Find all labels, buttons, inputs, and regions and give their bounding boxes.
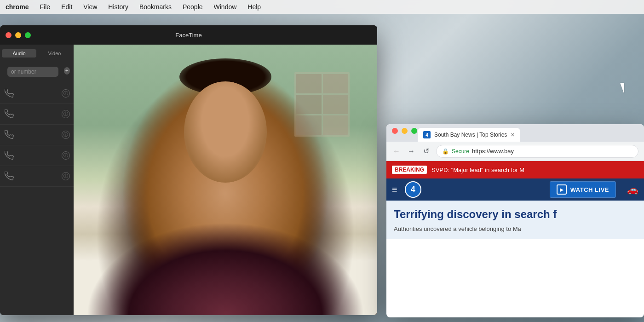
window-controls bbox=[6, 32, 31, 38]
tab-video[interactable]: Video bbox=[37, 49, 72, 58]
menu-window[interactable]: Window bbox=[208, 0, 242, 14]
menu-file[interactable]: File bbox=[34, 0, 56, 14]
chrome-window: 4 South Bay News | Top Stories × ← → ↺ 🔒… bbox=[386, 124, 644, 317]
menu-bookmarks[interactable]: Bookmarks bbox=[134, 0, 177, 14]
tab-title: South Bay News | Top Stories bbox=[434, 132, 507, 138]
menu-people[interactable]: People bbox=[177, 0, 208, 14]
facetime-window: FaceTime Audio Video or number + ⓘ bbox=[0, 25, 377, 315]
phone-icon-2 bbox=[4, 109, 15, 120]
chrome-tabbar: 4 South Bay News | Top Stories × bbox=[386, 124, 644, 142]
article-subtext: Authorities uncovered a vehicle belongin… bbox=[394, 225, 637, 233]
play-icon: ▶ bbox=[557, 184, 567, 195]
reload-button[interactable]: ↺ bbox=[420, 145, 432, 158]
back-button[interactable]: ← bbox=[390, 145, 403, 158]
person-clothing bbox=[74, 207, 377, 315]
hamburger-icon[interactable]: ≡ bbox=[392, 184, 397, 195]
info-button-2[interactable]: ⓘ bbox=[62, 110, 70, 118]
info-button-3[interactable]: ⓘ bbox=[62, 131, 70, 139]
chrome-close-button[interactable] bbox=[392, 128, 398, 134]
contact-row-4[interactable]: ⓘ bbox=[0, 145, 74, 166]
breaking-text: SVPD: "Major lead" in search for M bbox=[431, 167, 524, 173]
info-button-1[interactable]: ⓘ bbox=[62, 89, 70, 98]
phone-icon-3 bbox=[4, 129, 15, 140]
search-input[interactable]: or number bbox=[7, 67, 58, 77]
menu-bar: chrome File Edit View History Bookmarks … bbox=[0, 0, 644, 14]
info-button-5[interactable]: ⓘ bbox=[62, 172, 70, 180]
chrome-maximize-button[interactable] bbox=[411, 128, 417, 134]
minimize-button[interactable] bbox=[15, 32, 21, 38]
address-bar[interactable]: 🔒 Secure https://www.bay bbox=[436, 145, 638, 158]
info-button-4[interactable]: ⓘ bbox=[62, 151, 70, 160]
channel4-logo: 4 bbox=[405, 181, 421, 198]
article-headline: Terrifying discovery in search f bbox=[394, 208, 637, 221]
facetime-sidebar: Audio Video or number + ⓘ ⓘ bbox=[0, 45, 74, 315]
watch-live-label: WATCH LIVE bbox=[570, 186, 609, 193]
tab-audio[interactable]: Audio bbox=[2, 49, 36, 58]
menu-chrome[interactable]: chrome bbox=[0, 0, 34, 14]
maximize-button[interactable] bbox=[25, 32, 31, 38]
contact-row-1[interactable]: ⓘ bbox=[0, 83, 74, 104]
facetime-title: FaceTime bbox=[175, 32, 201, 39]
lock-icon: 🔒 bbox=[442, 148, 449, 155]
contact-row-2[interactable]: ⓘ bbox=[0, 104, 74, 125]
tab-close-button[interactable]: × bbox=[511, 131, 514, 138]
menu-view[interactable]: View bbox=[78, 0, 103, 14]
phone-icon-1 bbox=[4, 88, 15, 99]
contact-row-5[interactable]: ⓘ bbox=[0, 166, 74, 187]
menu-history[interactable]: History bbox=[103, 0, 134, 14]
contact-row-3[interactable]: ⓘ bbox=[0, 125, 74, 145]
facetime-titlebar: FaceTime bbox=[0, 25, 377, 45]
chrome-toolbar: ← → ↺ 🔒 Secure https://www.bay bbox=[386, 142, 644, 161]
breaking-bar: BREAKING SVPD: "Major lead" in search fo… bbox=[386, 161, 644, 178]
facetime-video bbox=[74, 45, 377, 315]
news-navbar: ≡ 4 ▶ WATCH LIVE 🚗 bbox=[386, 178, 644, 201]
secure-label: Secure bbox=[452, 148, 469, 155]
chrome-window-controls bbox=[392, 128, 417, 134]
phone-icon-5 bbox=[4, 171, 15, 182]
url-text: https://www.bay bbox=[472, 148, 514, 155]
watch-live-button[interactable]: ▶ WATCH LIVE bbox=[550, 181, 616, 198]
chrome-minimize-button[interactable] bbox=[402, 128, 408, 134]
add-button[interactable]: + bbox=[64, 67, 70, 75]
menu-edit[interactable]: Edit bbox=[56, 0, 78, 14]
article-area: Terrifying discovery in search f Authori… bbox=[386, 201, 644, 239]
forward-button[interactable]: → bbox=[405, 145, 418, 158]
chrome-tab[interactable]: 4 South Bay News | Top Stories × bbox=[418, 128, 520, 142]
sidebar-tabs: Audio Video bbox=[2, 49, 72, 58]
person-skin bbox=[184, 81, 267, 183]
menu-help[interactable]: Help bbox=[242, 0, 266, 14]
close-button[interactable] bbox=[6, 32, 12, 38]
phone-icon-4 bbox=[4, 150, 15, 161]
breaking-tag: BREAKING bbox=[392, 166, 427, 174]
tab-favicon: 4 bbox=[423, 131, 431, 138]
search-row: or number + bbox=[0, 60, 74, 81]
wall-photos bbox=[294, 72, 350, 137]
car-icon: 🚗 bbox=[627, 184, 638, 195]
